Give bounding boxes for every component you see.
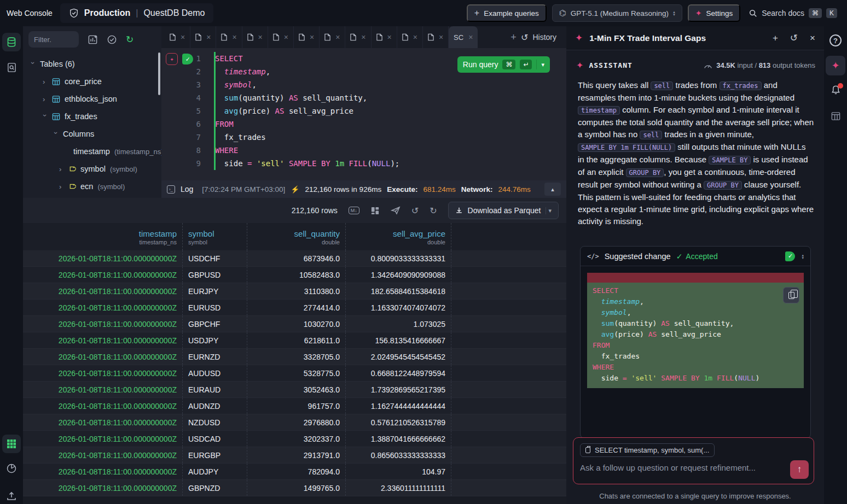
editor-tab[interactable]: ×: [372, 26, 397, 48]
tree-table-ethblocks-json[interactable]: › ethblocks_json: [23, 90, 161, 108]
rerun-button[interactable]: ↺: [411, 206, 419, 216]
query-context-chip[interactable]: SELECT timestamp, symbol, sum(...: [580, 443, 715, 457]
table-row[interactable]: 2026-01-08T18:11:00.000000000ZEURJPY3110…: [23, 283, 566, 300]
import-button[interactable]: [2, 487, 21, 504]
editor-tab[interactable]: ×: [320, 26, 345, 48]
sql-editor[interactable]: ✦ ✓ 1SELECT2 timestamp,3 symbol,4 sum(qu…: [161, 48, 566, 180]
new-tab-button[interactable]: +: [510, 32, 517, 43]
editor-tab[interactable]: ×: [294, 26, 320, 48]
refresh-tables-button[interactable]: ↻: [126, 34, 134, 45]
sidebar-scrollbar[interactable]: [158, 52, 160, 95]
column-header-sell-avg-price[interactable]: sell_avg_pricedouble: [346, 223, 451, 250]
code-line[interactable]: 6FROM: [161, 118, 566, 131]
editor-tab[interactable]: ×: [423, 26, 449, 48]
copy-markdown-button[interactable]: M↓: [349, 207, 359, 214]
model-selector[interactable]: ⌬ GPT-5.1 (Medium Reasoning) ▴▾: [552, 4, 682, 22]
collapse-log-button[interactable]: ▴: [544, 183, 561, 196]
chevron-down-icon[interactable]: ▾: [546, 207, 552, 214]
example-queries-button[interactable]: + Example queries: [467, 4, 547, 22]
query-log-button[interactable]: [2, 58, 21, 77]
new-chat-button[interactable]: +: [773, 33, 778, 44]
chat-history-button[interactable]: ↺: [790, 32, 798, 44]
tree-column-ecn[interactable]: › ecn (symbol): [23, 178, 161, 195]
schema-panel-button[interactable]: [826, 106, 845, 126]
add-matview-button[interactable]: [88, 34, 98, 45]
table-row[interactable]: 2026-01-08T18:11:00.000000000ZNZDUSD2976…: [23, 414, 566, 431]
column-header-sell-quantity[interactable]: sell_quantitydouble: [247, 223, 346, 250]
active-editor-tab[interactable]: SC ×: [449, 26, 478, 48]
ai-assist-icon[interactable]: ✦: [166, 53, 178, 65]
grid-view-button[interactable]: [2, 435, 21, 453]
close-icon[interactable]: ×: [439, 33, 443, 42]
table-row[interactable]: 2026-01-08T18:11:00.000000000ZAUDNZD9617…: [23, 398, 566, 414]
table-row[interactable]: 2026-01-08T18:11:00.000000000ZGBPCHF1030…: [23, 316, 566, 332]
editor-tab[interactable]: ×: [242, 26, 268, 48]
table-row[interactable]: 2026-01-08T18:11:00.000000000ZEURUSD2774…: [23, 300, 566, 316]
refresh-grid-button[interactable]: ↻: [430, 206, 437, 216]
help-button[interactable]: ?: [826, 31, 845, 50]
instance-selector[interactable]: Production | QuestDB Demo: [60, 3, 214, 23]
close-icon[interactable]: ×: [335, 33, 340, 42]
close-icon[interactable]: ×: [468, 33, 473, 42]
history-button[interactable]: ↺ History: [521, 32, 556, 43]
download-parquet-button[interactable]: Download as Parquet ▾: [448, 202, 559, 219]
code-line[interactable]: 3 symbol,: [161, 78, 566, 91]
notifications-button[interactable]: [826, 81, 845, 101]
column-header-symbol[interactable]: symbolsymbol: [183, 223, 247, 250]
code-line[interactable]: 5 avg(price) AS sell_avg_price: [161, 104, 566, 118]
filter-input[interactable]: [28, 31, 79, 48]
followup-input[interactable]: [580, 463, 777, 472]
settings-button[interactable]: ✦ Settings: [688, 4, 741, 22]
close-chat-button[interactable]: ×: [810, 33, 815, 44]
table-row[interactable]: 2026-01-08T18:11:00.000000000ZEURGBP2913…: [23, 447, 566, 464]
editor-tab[interactable]: ×: [397, 26, 423, 48]
export-button[interactable]: [391, 206, 401, 215]
code-line[interactable]: 7 fx_trades: [161, 131, 566, 144]
followup-input-box[interactable]: SELECT timestamp, symbol, sum(... ↑: [573, 437, 814, 484]
table-row[interactable]: 2026-01-08T18:11:00.000000000ZUSDCHF6873…: [23, 250, 566, 267]
code-line[interactable]: 9 side = 'sell' SAMPLE BY 1m FILL(NULL);: [161, 157, 566, 170]
editor-tab[interactable]: ×: [345, 26, 371, 48]
tree-table-core-price[interactable]: › core_price: [23, 73, 161, 90]
editor-tab[interactable]: ×: [165, 26, 190, 48]
table-row[interactable]: 2026-01-08T18:11:00.000000000ZAUDUSD5328…: [23, 365, 566, 382]
table-row[interactable]: 2026-01-08T18:11:00.000000000ZUSDJPY6218…: [23, 332, 566, 349]
layout-button[interactable]: [370, 206, 380, 215]
code-line[interactable]: 4 sum(quantity) AS sell_quantity,: [161, 91, 566, 104]
close-icon[interactable]: ×: [206, 33, 211, 42]
select-tables-button[interactable]: [107, 34, 117, 45]
close-icon[interactable]: ×: [181, 33, 185, 42]
tree-column-symbol[interactable]: › symbol (symbol): [23, 160, 161, 178]
table-row[interactable]: 2026-01-08T18:11:00.000000000ZUSDCAD3202…: [23, 431, 566, 447]
table-row[interactable]: 2026-01-08T18:11:00.000000000ZAUDJPY7820…: [23, 464, 566, 480]
table-row[interactable]: 2026-01-08T18:11:00.000000000ZEURAUD3052…: [23, 382, 566, 398]
tree-root-tables[interactable]: › Tables (6): [23, 55, 161, 73]
chart-view-button[interactable]: [2, 459, 21, 478]
copy-code-button[interactable]: [783, 287, 799, 303]
tree-table-fx-trades[interactable]: › fx_trades: [23, 108, 161, 125]
editor-tab[interactable]: ×: [268, 26, 294, 48]
ai-panel-button[interactable]: ✦: [826, 56, 845, 75]
table-row[interactable]: 2026-01-08T18:11:00.000000000ZEURNZD3328…: [23, 349, 566, 365]
close-icon[interactable]: ×: [387, 33, 392, 42]
expand-icon[interactable]: ▴▾: [802, 254, 804, 259]
run-query-button[interactable]: Run query ⌘ ↵ ▾: [457, 56, 550, 73]
column-header-timestamp[interactable]: timestamptimestamp_ns: [23, 223, 183, 250]
code-line[interactable]: 8WHERE: [161, 144, 566, 157]
send-button[interactable]: ↑: [790, 460, 809, 479]
tables-panel-button[interactable]: [2, 33, 21, 51]
tree-column-timestamp[interactable]: timestamp (timestamp_ns): [23, 143, 161, 160]
close-icon[interactable]: ×: [284, 33, 288, 42]
editor-tab[interactable]: ×: [216, 26, 242, 48]
close-icon[interactable]: ×: [361, 33, 366, 42]
tree-columns-group[interactable]: › Columns: [23, 125, 161, 143]
close-icon[interactable]: ×: [258, 33, 263, 42]
table-row[interactable]: 2026-01-08T18:11:00.000000000ZGBPUSD1058…: [23, 267, 566, 283]
close-icon[interactable]: ×: [310, 33, 314, 42]
editor-tab[interactable]: ×: [190, 26, 216, 48]
search-docs[interactable]: Search docs ⌘ K: [746, 8, 840, 18]
close-icon[interactable]: ×: [413, 33, 417, 42]
close-icon[interactable]: ×: [232, 33, 236, 42]
table-row[interactable]: 2026-01-08T18:11:00.000000000ZGBPNZD1499…: [23, 480, 566, 496]
chevron-down-icon[interactable]: ▾: [541, 61, 544, 68]
